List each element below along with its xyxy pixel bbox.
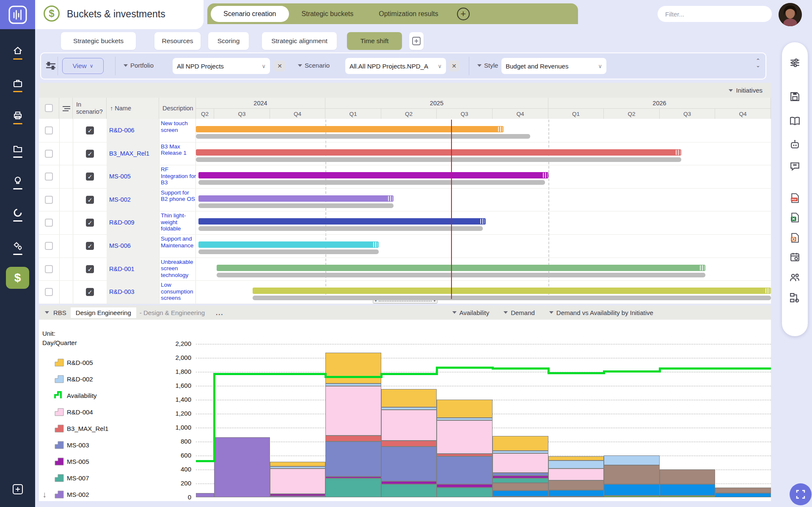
stack-segment-R&D-002[interactable]: [325, 384, 381, 386]
caret-down-icon[interactable]: [124, 64, 128, 67]
row-select-checkbox[interactable]: [45, 173, 53, 181]
right-tool-feedback-chat[interactable]: [782, 157, 808, 175]
stack-segment-unlabeled-brown[interactable]: [548, 480, 604, 490]
legend-item-MS-005[interactable]: MS-005: [54, 457, 89, 466]
sidebar-item-progress-circle[interactable]: [0, 202, 35, 227]
tab-resources[interactable]: Resources: [154, 32, 201, 50]
stack-segment-MS-005[interactable]: [381, 481, 437, 484]
initiative-link[interactable]: B3_MAX_Rel1: [109, 150, 149, 157]
scenario-select[interactable]: All.All NPD Projects.NPD_A∨: [345, 58, 446, 74]
stack-segment-MS-003[interactable]: [325, 441, 381, 477]
stack-segment-MS-002[interactable]: [196, 493, 214, 497]
stack-segment-R&D-005[interactable]: [548, 456, 604, 460]
legend-scroll-down-icon[interactable]: ↓: [42, 490, 47, 499]
legend-item-Availability[interactable]: Availability: [54, 391, 97, 400]
gantt-bar[interactable]: [198, 195, 394, 202]
right-tool-team[interactable]: [782, 268, 808, 287]
stack-segment-MS-005[interactable]: [493, 476, 548, 479]
stack-segment-B3_MAX_Rel1[interactable]: [381, 441, 437, 447]
stack-segment-unlabeled-blue[interactable]: [548, 490, 604, 496]
sidebar-item-printer[interactable]: [0, 105, 35, 129]
gantt-bar[interactable]: [198, 172, 548, 178]
sidebar-add-button[interactable]: [0, 477, 35, 502]
stack-segment-MS-002[interactable]: [214, 437, 270, 497]
portfolio-select[interactable]: All NPD Projects∨: [173, 58, 270, 74]
gantt-bar[interactable]: [198, 241, 379, 248]
app-logo-icon[interactable]: [0, 0, 35, 29]
chart-control-demand[interactable]: Demand: [504, 309, 535, 316]
row-select-checkbox[interactable]: [45, 265, 53, 273]
chart-control-availability[interactable]: Availability: [452, 309, 490, 316]
add-view-tab-button[interactable]: [409, 32, 424, 50]
caret-down-icon[interactable]: [477, 64, 482, 67]
stack-segment-MS-007[interactable]: [493, 478, 548, 483]
in-scenario-checkbox[interactable]: ✓: [86, 242, 94, 250]
stack-segment-MS-003[interactable]: [381, 447, 437, 482]
column-header-name[interactable]: ↑ Name: [107, 98, 159, 119]
stack-segment-R&D-001[interactable]: [604, 496, 660, 497]
gantt-bar[interactable]: [198, 218, 486, 225]
gantt-bar[interactable]: [217, 265, 705, 271]
stack-segment-unlabeled-blue[interactable]: [660, 484, 715, 496]
right-tool-robot[interactable]: [782, 135, 808, 154]
stack-segment-R&D-001[interactable]: [548, 496, 604, 497]
right-tool-export-pdf[interactable]: PDF: [782, 189, 808, 207]
stack-segment-unlabeled-blue[interactable]: [715, 493, 771, 497]
stack-segment-R&D-004[interactable]: [437, 420, 493, 454]
initiative-link[interactable]: R&D-001: [109, 266, 135, 272]
scenario-tab-scenario-creation[interactable]: Scenario creation: [211, 6, 289, 22]
stack-segment-unlabeled-blue[interactable]: [604, 484, 660, 496]
caret-down-icon[interactable]: [298, 64, 302, 67]
in-scenario-checkbox[interactable]: ✓: [86, 173, 94, 181]
stack-segment-MS-005[interactable]: [325, 477, 381, 479]
filter-input[interactable]: [658, 6, 772, 22]
toolbar-expand-stepper[interactable]: ⌃⌄: [756, 58, 760, 68]
in-scenario-checkbox[interactable]: ✓: [86, 265, 94, 273]
caret-down-icon[interactable]: [45, 311, 49, 314]
right-tool-schedule-settings[interactable]: [782, 248, 808, 266]
user-avatar[interactable]: [779, 3, 802, 26]
tab-strategic-alignment[interactable]: Strategic alignment: [262, 32, 337, 50]
stack-segment-R&D-002[interactable]: [548, 460, 604, 469]
scenario-clear-button[interactable]: ✕: [449, 60, 460, 71]
stack-segment-MS-005[interactable]: [270, 494, 325, 496]
toolbar-settings-icon[interactable]: [45, 60, 57, 74]
initiative-link[interactable]: R&D-006: [109, 127, 135, 134]
stack-segment-R&D-002[interactable]: [604, 455, 660, 465]
stack-segment-MS-005[interactable]: [437, 484, 493, 487]
legend-item-R&D-005[interactable]: R&D-005: [54, 358, 93, 367]
stack-segment-MS-007[interactable]: [381, 484, 437, 497]
sidebar-item-lightbulb[interactable]: [0, 170, 35, 195]
stack-segment-R&D-002[interactable]: [381, 407, 437, 410]
stack-segment-MS-003[interactable]: [437, 456, 493, 484]
stack-segment-R&D-002[interactable]: [493, 451, 548, 453]
right-tool-workflow-settings[interactable]: [782, 288, 808, 307]
sidebar-item-home[interactable]: [0, 40, 35, 65]
stack-segment-R&D-005[interactable]: [325, 353, 381, 384]
stack-segment-R&D-002[interactable]: [270, 466, 325, 469]
legend-item-B3_MAX_Rel1[interactable]: B3_MAX_Rel1: [54, 424, 108, 433]
fullscreen-button[interactable]: [790, 483, 812, 505]
in-scenario-checkbox[interactable]: ✓: [86, 126, 94, 134]
gantt-bar[interactable]: [196, 149, 681, 156]
column-header-in-scenario[interactable]: In scenario?: [73, 98, 107, 119]
row-select-checkbox[interactable]: [45, 288, 53, 296]
stack-segment-R&D-001[interactable]: [660, 496, 715, 497]
stack-segment-R&D-005[interactable]: [381, 389, 437, 407]
sidebar-item-folder[interactable]: [0, 138, 35, 163]
stack-segment-R&D-001[interactable]: [493, 496, 548, 497]
sidebar-item-gears[interactable]: [0, 236, 35, 260]
stack-segment-R&D-005[interactable]: [493, 436, 548, 451]
in-scenario-checkbox[interactable]: ✓: [86, 288, 94, 296]
stack-segment-MS-003[interactable]: [493, 473, 548, 476]
legend-item-MS-002[interactable]: MS-002: [54, 490, 89, 499]
stack-segment-R&D-004[interactable]: [381, 410, 437, 441]
initiative-link[interactable]: MS-005: [109, 173, 131, 180]
stack-segment-MS-002[interactable]: [270, 496, 325, 497]
right-tool-catalog-book[interactable]: [782, 112, 808, 130]
row-select-checkbox[interactable]: [45, 150, 53, 158]
legend-item-MS-007[interactable]: MS-007: [54, 473, 89, 482]
right-tool-save[interactable]: [782, 87, 808, 106]
stack-segment-MS-007[interactable]: [325, 478, 381, 497]
scenario-tab-optimization-results[interactable]: Optimization results: [366, 6, 451, 22]
